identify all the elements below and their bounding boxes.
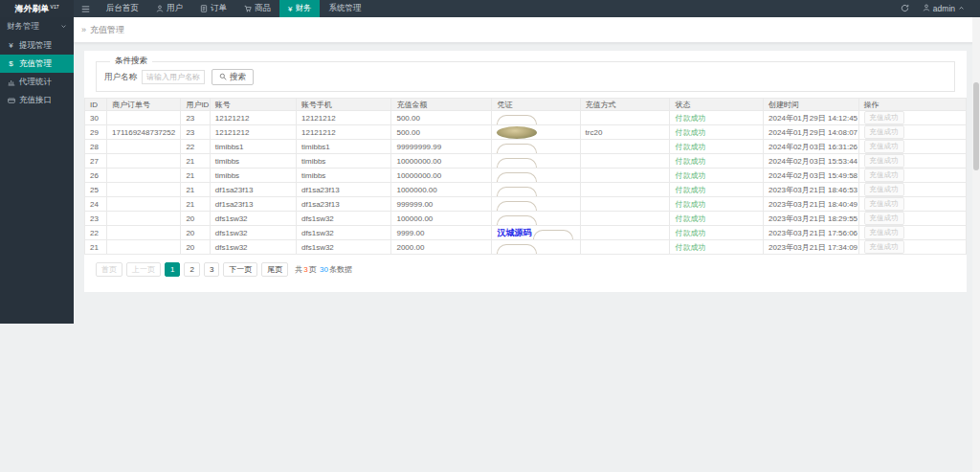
- cell-action: 充值成功: [858, 154, 966, 169]
- cell-id: 23: [85, 212, 107, 226]
- cell-amount: 2000.00: [391, 240, 492, 255]
- refresh-icon[interactable]: [901, 4, 909, 14]
- cell-method: [580, 154, 670, 169]
- page-button-2[interactable]: 2: [184, 262, 199, 277]
- status-badge: 付款成功: [675, 171, 705, 180]
- nav-item-label: 订单: [211, 3, 227, 14]
- nav-item-system[interactable]: 系统管理: [320, 0, 369, 17]
- cell-amount: 10000000.00: [391, 169, 492, 183]
- cell-order_no: [107, 111, 181, 125]
- cell-status: 付款成功: [670, 169, 764, 183]
- cell-status: 付款成功: [670, 212, 764, 226]
- cell-order_no: 171169248737252: [107, 125, 181, 140]
- navbar-right: admin: [901, 4, 980, 14]
- recharge-success-button[interactable]: 充值成功: [864, 125, 904, 139]
- table-row: 2220dfs1sw32dfs1sw329999.00汉城源码付款成功2023年…: [85, 226, 967, 240]
- nav-item-label: 系统管理: [328, 3, 361, 14]
- col-header-account: 账号: [210, 99, 296, 111]
- cell-method: [580, 212, 670, 226]
- scrollbar-track[interactable]: [972, 17, 980, 472]
- nav-item-finance[interactable]: ¥财务: [279, 0, 320, 17]
- status-badge: 付款成功: [675, 214, 705, 223]
- menu-toggle-icon[interactable]: [74, 0, 98, 17]
- voucher-placeholder-arc: [497, 187, 537, 196]
- status-badge: 付款成功: [675, 243, 705, 252]
- recharge-success-button[interactable]: 充值成功: [864, 197, 904, 211]
- cell-status: 付款成功: [670, 240, 764, 255]
- recharge-success-button[interactable]: 充值成功: [864, 240, 904, 254]
- cell-action: 充值成功: [858, 197, 966, 212]
- cell-user_id: 21: [181, 197, 210, 212]
- voucher-placeholder-arc: [497, 215, 537, 225]
- user-menu[interactable]: admin: [923, 4, 965, 13]
- status-badge: 付款成功: [675, 229, 705, 237]
- cell-user_id: 23: [181, 111, 210, 125]
- cell-status: 付款成功: [670, 111, 764, 125]
- nav-item-orders[interactable]: 订单: [191, 0, 235, 17]
- cell-method: [580, 226, 670, 240]
- recharge-success-button[interactable]: 充值成功: [864, 111, 904, 124]
- col-header-action: 操作: [858, 99, 966, 111]
- status-badge: 付款成功: [675, 114, 705, 123]
- recharge-success-button[interactable]: 充值成功: [864, 212, 904, 225]
- status-badge: 付款成功: [675, 186, 705, 194]
- cell-voucher: [492, 183, 580, 197]
- recharge-success-button[interactable]: 充值成功: [864, 154, 904, 168]
- nav-item-dashboard[interactable]: 后台首页: [98, 0, 147, 17]
- sidebar-item-agent-stats[interactable]: 代理统计: [0, 73, 74, 91]
- cell-voucher: [492, 197, 580, 212]
- sidebar-item-withdraw[interactable]: ¥提现管理: [0, 36, 74, 55]
- cell-user_id: 23: [181, 125, 210, 140]
- recharge-success-button[interactable]: 充值成功: [864, 169, 904, 182]
- sidebar-item-recharge-api[interactable]: 充值接口: [0, 91, 74, 109]
- cell-time: 2024年01月29日 14:08:07: [764, 125, 858, 140]
- table-row: 29171169248737252231212121212121212500.0…: [85, 125, 967, 140]
- col-header-voucher: 凭证: [492, 99, 580, 111]
- brand-logo[interactable]: 海外刷单V17: [0, 0, 74, 17]
- agent-stats-icon: [7, 79, 15, 86]
- voucher-placeholder-arc: [497, 158, 537, 168]
- voucher-placeholder-arc: [497, 115, 537, 124]
- recharge-success-button[interactable]: 充值成功: [864, 140, 904, 153]
- table-row: 2721timibbstimibbs10000000.00付款成功2024年02…: [85, 154, 967, 169]
- search-button[interactable]: 搜索: [212, 69, 254, 85]
- cell-amount: 500.00: [391, 125, 492, 140]
- nav-item-users[interactable]: 用户: [147, 0, 191, 17]
- cell-order_no: [107, 197, 181, 212]
- cell-voucher: [492, 240, 580, 255]
- page-button-last[interactable]: 尾页: [261, 262, 288, 277]
- cell-phone: dfs1sw32: [297, 212, 391, 226]
- cell-order_no: [107, 140, 181, 154]
- page-button-first: 首页: [96, 262, 122, 277]
- page-button-1[interactable]: 1: [165, 262, 180, 277]
- main-content: 条件搜索 用户名称 搜索 ID商户订单号用户ID账号账号手机充值金额凭证充值方式…: [74, 44, 980, 472]
- sidebar-item-recharge[interactable]: $充值管理: [0, 55, 74, 73]
- sidebar-item-label: 充值管理: [19, 58, 52, 70]
- username-input[interactable]: [142, 70, 205, 84]
- content-card: 条件搜索 用户名称 搜索 ID商户订单号用户ID账号账号手机充值金额凭证充值方式…: [84, 51, 967, 292]
- cell-order_no: [107, 154, 181, 169]
- cell-id: 29: [85, 125, 107, 140]
- breadcrumb: » 充值管理: [74, 17, 980, 43]
- cell-amount: 999999.00: [391, 197, 492, 212]
- cell-phone: timibbs1: [297, 140, 391, 154]
- voucher-placeholder-arc: [533, 230, 573, 239]
- col-header-id: ID: [85, 99, 107, 111]
- page-button-3[interactable]: 3: [204, 262, 219, 277]
- scrollbar-thumb[interactable]: [973, 82, 979, 170]
- nav-item-label: 后台首页: [106, 3, 139, 14]
- sidebar-section-finance[interactable]: 财务管理: [0, 17, 74, 36]
- page-button-next[interactable]: 下一页: [223, 262, 257, 277]
- voucher-image[interactable]: [497, 126, 537, 139]
- cell-time: 2023年03月21日 18:40:49: [764, 197, 858, 212]
- cell-status: 付款成功: [670, 226, 764, 240]
- recharge-success-button[interactable]: 充值成功: [864, 183, 904, 196]
- nav-item-goods[interactable]: 商品: [235, 0, 279, 17]
- cell-id: 21: [85, 240, 107, 255]
- cell-amount: 99999999.99: [391, 140, 492, 154]
- cell-action: 充值成功: [858, 226, 966, 240]
- cell-method: trc20: [580, 125, 670, 140]
- recharge-success-button[interactable]: 充值成功: [864, 226, 904, 239]
- sidebar-item-label: 提现管理: [19, 40, 52, 52]
- cell-action: 充值成功: [858, 111, 966, 125]
